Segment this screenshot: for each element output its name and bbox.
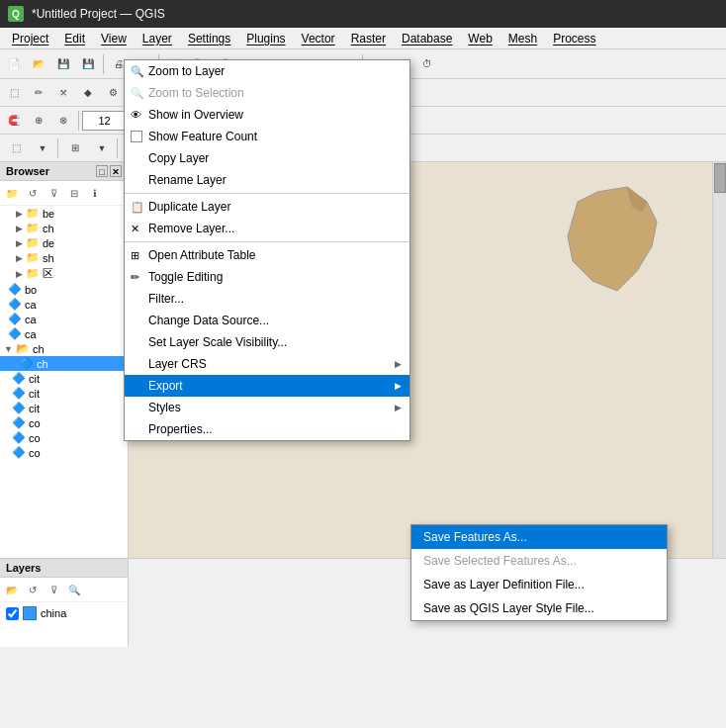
move-btn[interactable]: ⤧ xyxy=(51,81,75,105)
ctx-rename-layer[interactable]: Rename Layer xyxy=(125,169,409,191)
ctx-properties[interactable]: Properties... xyxy=(125,418,409,440)
tree-item-ch-selected[interactable]: 🔷 ch xyxy=(0,356,128,371)
tree-item-ca3[interactable]: 🔷 ca xyxy=(0,326,128,341)
ctx-show-overview[interactable]: 👁 Show in Overview xyxy=(125,104,409,126)
snap-btn[interactable]: 🧲 xyxy=(2,109,26,133)
ctx-toggle-editing[interactable]: ✏ Toggle Editing xyxy=(125,266,409,288)
menu-database[interactable]: Database xyxy=(394,30,460,47)
tree-item-co1[interactable]: 🔷 co xyxy=(0,415,128,430)
new-project-btn[interactable]: 📄 xyxy=(2,52,26,76)
menu-edit[interactable]: Edit xyxy=(56,30,93,47)
ctx-layer-crs[interactable]: Layer CRS xyxy=(125,353,409,375)
tree-item-cit3[interactable]: 🔷 cit xyxy=(0,401,128,415)
tree-item-be[interactable]: ▶ 📁 be xyxy=(0,206,128,221)
browser-add-btn[interactable]: 📁 xyxy=(2,183,22,203)
sub-save-style-label: Save as QGIS Layer Style File... xyxy=(423,601,594,615)
layer-color-swatch xyxy=(23,606,37,620)
tree-item-ch-parent[interactable]: ▼ 📂 ch xyxy=(0,341,128,356)
sub-save-layer-def[interactable]: Save as Layer Definition File... xyxy=(411,573,667,596)
ctx-copy-layer[interactable]: Copy Layer xyxy=(125,147,409,169)
vertex-btn[interactable]: ◆ xyxy=(76,81,100,105)
ctx-change-data-source[interactable]: Change Data Source... xyxy=(125,310,409,331)
ctx-export[interactable]: Export xyxy=(125,375,409,397)
layer-drop-btn[interactable]: ▼ xyxy=(90,136,114,160)
menu-plugins[interactable]: Plugins xyxy=(238,30,293,47)
snap3-btn[interactable]: ⊗ xyxy=(51,109,75,133)
layers-header: Layers xyxy=(0,559,128,578)
tree-item-ch1[interactable]: ▶ 📁 ch xyxy=(0,221,128,235)
layers-toolbar: 📂 ↺ ⊽ 🔍 xyxy=(0,578,128,602)
edit-icon: ✏ xyxy=(131,271,139,284)
sep6 xyxy=(78,111,79,131)
browser-header: Browser □ ✕ xyxy=(0,162,128,181)
layer-open-btn[interactable]: 📂 xyxy=(2,580,22,599)
ctx-zoom-to-selection: 🔍 Zoom to Selection xyxy=(125,82,409,104)
ctx-attr-table-label: Open Attribute Table xyxy=(148,248,256,262)
tree-item-cit1[interactable]: 🔷 cit xyxy=(0,371,128,386)
layer-item-china[interactable]: china xyxy=(0,602,128,624)
menu-process[interactable]: Process xyxy=(545,30,603,47)
digitize-btn[interactable]: ⚙ xyxy=(101,81,125,105)
menu-settings[interactable]: Settings xyxy=(180,30,238,47)
browser-restore-btn[interactable]: □ xyxy=(96,165,108,177)
tree-item-cit2[interactable]: 🔷 cit xyxy=(0,386,128,401)
browser-refresh-btn[interactable]: ↺ xyxy=(23,183,43,203)
menu-view[interactable]: View xyxy=(93,30,135,47)
layer-visible-checkbox[interactable] xyxy=(6,607,19,620)
layer-refresh-btn[interactable]: ↺ xyxy=(23,580,43,599)
tree-item-sh[interactable]: ▶ 📁 sh xyxy=(0,250,128,265)
browser-info-btn[interactable]: ℹ xyxy=(85,183,105,203)
select-btn[interactable]: ⬚ xyxy=(2,81,26,105)
tree-item-co2[interactable]: 🔷 co xyxy=(0,430,128,445)
open-btn[interactable]: 📂 xyxy=(27,52,50,76)
sub-save-sel-label: Save Selected Features As... xyxy=(423,554,577,568)
scrollbar-thumb[interactable] xyxy=(714,163,726,193)
menu-web[interactable]: Web xyxy=(460,30,499,47)
tree-item-ca1[interactable]: 🔷 ca xyxy=(0,297,128,312)
menu-mesh[interactable]: Mesh xyxy=(500,30,545,47)
ctx-sep-2 xyxy=(125,241,409,242)
ctx-open-attr-table[interactable]: ⊞ Open Attribute Table xyxy=(125,244,409,266)
ctx-filter[interactable]: Filter... xyxy=(125,288,409,310)
ctx-sep-1 xyxy=(125,193,409,194)
sub-save-features-as[interactable]: Save Features As... xyxy=(411,525,667,549)
menu-project[interactable]: Project xyxy=(4,30,56,47)
save-btn[interactable]: 💾 xyxy=(51,52,75,76)
zoom-sel-icon: 🔍 xyxy=(131,87,144,100)
layer-search-btn[interactable]: 🔍 xyxy=(64,580,84,599)
tree-item-bo[interactable]: 🔷 bo xyxy=(0,282,128,297)
edit-btn[interactable]: ✏ xyxy=(27,81,50,105)
menu-raster[interactable]: Raster xyxy=(343,30,394,47)
ctx-show-feature-count[interactable]: Show Feature Count xyxy=(125,126,409,147)
scrollbar-vertical[interactable] xyxy=(712,162,726,558)
layer-btn[interactable]: ⊞ xyxy=(61,136,89,160)
menu-layer[interactable]: Layer xyxy=(135,30,180,47)
ctx-export-label: Export xyxy=(148,379,183,393)
sub-save-style-file[interactable]: Save as QGIS Layer Style File... xyxy=(411,596,667,620)
tree-item-co3[interactable]: 🔷 co xyxy=(0,445,128,460)
browser-filter-btn[interactable]: ⊽ xyxy=(44,183,63,203)
tree-item-qu[interactable]: ▶ 📁 区 xyxy=(0,265,128,282)
snap2-btn[interactable]: ⊕ xyxy=(27,109,50,133)
menu-vector[interactable]: Vector xyxy=(294,30,343,47)
ctx-remove-layer[interactable]: ✕ Remove Layer... xyxy=(125,218,409,239)
layer-filter-btn[interactable]: ⊽ xyxy=(44,580,63,599)
save-as-btn[interactable]: 💾 xyxy=(76,52,100,76)
sep1 xyxy=(103,54,104,74)
ctx-copy-layer-label: Copy Layer xyxy=(148,151,209,165)
select-rect-btn[interactable]: ⬚ xyxy=(2,136,30,160)
ctx-zoom-to-layer[interactable]: 🔍 Zoom to Layer xyxy=(125,60,409,82)
timer-btn[interactable]: ⏱ xyxy=(415,52,439,76)
tree-item-ca2[interactable]: 🔷 ca xyxy=(0,312,128,326)
ctx-styles[interactable]: Styles xyxy=(125,397,409,418)
ctx-show-overview-label: Show in Overview xyxy=(148,108,243,122)
browser-close-btn[interactable]: ✕ xyxy=(110,165,122,177)
sub-save-layer-def-label: Save as Layer Definition File... xyxy=(423,578,585,592)
font-size-input[interactable] xyxy=(82,111,127,131)
sub-save-selected-as: Save Selected Features As... xyxy=(411,549,667,573)
browser-collapse-btn[interactable]: ⊟ xyxy=(64,183,84,203)
select-drop-btn[interactable]: ▼ xyxy=(31,136,54,160)
tree-item-de[interactable]: ▶ 📁 de xyxy=(0,235,128,250)
ctx-set-scale[interactable]: Set Layer Scale Visibility... xyxy=(125,331,409,353)
ctx-duplicate-layer[interactable]: 📋 Duplicate Layer xyxy=(125,196,409,218)
